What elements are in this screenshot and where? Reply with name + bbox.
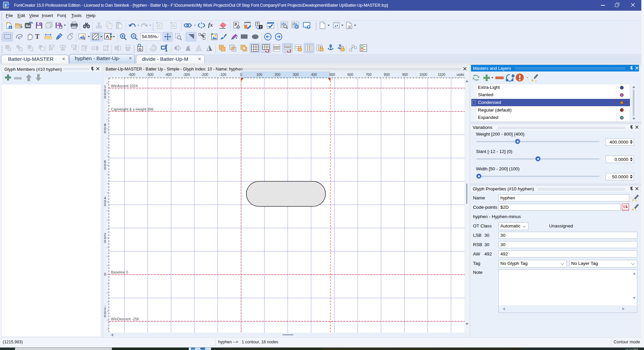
svg-text:WinAscent 1024: WinAscent 1024 xyxy=(111,84,138,88)
svg-text:WinDescent -256: WinDescent -256 xyxy=(111,317,139,321)
svg-text:200: 200 xyxy=(275,72,281,76)
svg-text:U: U xyxy=(623,204,626,209)
svg-text:-600: -600 xyxy=(128,72,135,76)
svg-text:900: 900 xyxy=(402,72,408,76)
svg-text:T: T xyxy=(257,22,259,26)
svg-text:-100: -100 xyxy=(219,72,226,76)
svg-text:1000: 1000 xyxy=(420,72,428,76)
svg-text:0: 0 xyxy=(104,272,106,276)
svg-text:0: 0 xyxy=(240,72,242,76)
svg-text:800: 800 xyxy=(384,72,390,76)
svg-text:400: 400 xyxy=(311,72,317,76)
svg-text:100: 100 xyxy=(256,72,262,76)
svg-text:G: G xyxy=(172,24,175,28)
svg-text:0: 0 xyxy=(104,203,106,207)
svg-text:T: T xyxy=(260,25,262,29)
svg-text:Baseline 0: Baseline 0 xyxy=(111,270,128,274)
svg-text:0: 0 xyxy=(104,130,106,134)
svg-text:CapHeight & x-Height 896: CapHeight & x-Height 896 xyxy=(111,107,154,111)
svg-text:1100: 1100 xyxy=(438,72,445,76)
svg-text:0: 0 xyxy=(104,95,106,99)
svg-text:0: 0 xyxy=(104,166,106,170)
svg-text:F: F xyxy=(10,26,11,29)
svg-text:500: 500 xyxy=(329,72,335,76)
svg-text:-300: -300 xyxy=(183,72,190,76)
svg-text:UNICODE: UNICODE xyxy=(623,209,628,210)
svg-text:C: C xyxy=(158,24,161,28)
svg-text:A: A xyxy=(106,34,109,39)
svg-text:-200: -200 xyxy=(201,72,208,76)
svg-text:0: 0 xyxy=(104,239,106,243)
svg-text:300: 300 xyxy=(293,72,299,76)
svg-text:-400: -400 xyxy=(165,72,172,76)
svg-text:Aa: Aa xyxy=(26,24,30,28)
svg-text:-500: -500 xyxy=(146,72,153,76)
svg-text:600: 600 xyxy=(347,72,353,76)
svg-text:G: G xyxy=(139,47,142,51)
svg-text:units: units xyxy=(457,72,464,76)
svg-text:700: 700 xyxy=(366,72,372,76)
svg-text:0: 0 xyxy=(104,314,106,318)
